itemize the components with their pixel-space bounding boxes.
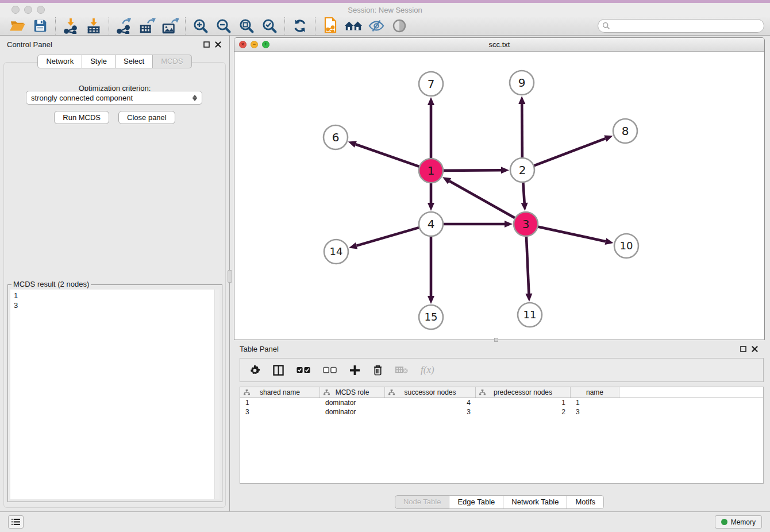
edge-1-2[interactable]	[443, 170, 501, 171]
export-image-button[interactable]	[159, 17, 182, 35]
result-scrollbar[interactable]	[214, 290, 220, 499]
edge-3-11[interactable]	[526, 236, 529, 294]
column-header-predecessor-nodes[interactable]: predecessor nodes	[476, 387, 571, 398]
cell-successor-nodes[interactable]: 4	[385, 399, 476, 407]
refresh-view-button[interactable]	[288, 17, 311, 35]
toolbar-separator	[55, 17, 56, 34]
column-header-shared-name[interactable]: shared name	[240, 387, 320, 398]
close-panel-button[interactable]: Close panel	[118, 111, 175, 124]
home-button[interactable]	[342, 17, 365, 35]
task-history-button[interactable]	[8, 515, 24, 529]
open-session-button[interactable]	[6, 17, 29, 35]
deselect-all-rows-button[interactable]	[323, 367, 337, 373]
edge-1-6[interactable]	[356, 144, 419, 167]
close-network-button[interactable]: ×	[239, 41, 247, 48]
float-table-panel-button[interactable]	[738, 344, 748, 353]
edge-2-8[interactable]	[534, 138, 606, 165]
toolbar-separator	[315, 17, 315, 34]
toolbar-separator	[109, 17, 109, 34]
column-header-successor-nodes[interactable]: successor nodes	[385, 387, 476, 398]
tab-network-table[interactable]: Network Table	[503, 495, 567, 509]
edge-3-10[interactable]	[538, 226, 606, 241]
edge-arrowhead	[501, 167, 509, 174]
edge-3-1[interactable]	[449, 181, 515, 218]
cell-MCDS-role[interactable]: dominator	[320, 399, 385, 407]
run-mcds-button[interactable]: Run MCDS	[54, 111, 109, 124]
tab-mcds[interactable]: MCDS	[153, 55, 191, 68]
cell-shared-name[interactable]: 3	[240, 408, 320, 416]
zoom-fit-button[interactable]	[235, 17, 258, 35]
zoom-in-button[interactable]	[189, 17, 212, 35]
import-network-button[interactable]	[59, 17, 82, 35]
hide-graphics-details-button[interactable]	[365, 17, 388, 35]
control-panel-tabs: NetworkStyleSelectMCDS	[37, 55, 191, 68]
add-column-button[interactable]	[349, 365, 360, 376]
cell-name[interactable]: 1	[571, 399, 619, 407]
cell-name[interactable]: 3	[571, 408, 619, 416]
edge-arrowhead	[428, 296, 434, 304]
export-network-button[interactable]	[113, 17, 136, 35]
mcds-result-title: MCDS result (2 nodes)	[11, 280, 91, 288]
zoom-network-button[interactable]: +	[262, 41, 270, 48]
cell-predecessor-nodes[interactable]: 1	[476, 399, 571, 407]
edge-arrowhead	[518, 96, 525, 104]
network-file-button[interactable]	[319, 17, 342, 35]
mcds-result-values: 1 3	[10, 290, 220, 313]
cell-shared-name[interactable]: 1	[240, 399, 320, 407]
table-settings-button[interactable]	[249, 365, 260, 376]
function-builder-button[interactable]: f(x)	[421, 364, 434, 376]
minimize-network-button[interactable]: −	[251, 41, 258, 48]
close-panel-icon-button[interactable]	[213, 40, 222, 49]
control-panel-header: Control Panel	[0, 36, 229, 53]
save-floppy-icon	[33, 19, 47, 33]
tab-node-table[interactable]: Node Table	[395, 495, 450, 509]
export-table-button[interactable]	[136, 17, 159, 35]
edge-2-3[interactable]	[523, 182, 524, 203]
network-graph[interactable]: 7968124314101511	[234, 52, 764, 340]
close-table-panel-button[interactable]	[750, 344, 759, 353]
tab-style[interactable]: Style	[82, 55, 116, 68]
main-area: Control Panel NetworkStyleSelectMCDS Opt…	[0, 36, 770, 511]
node-table[interactable]: shared nameMCDS rolesuccessor nodesprede…	[240, 387, 764, 484]
panel-splitter-handle[interactable]	[228, 270, 232, 283]
tab-motifs[interactable]: Motifs	[567, 495, 604, 509]
mcds-result-area[interactable]: 1 3	[10, 290, 220, 499]
edge-arrowhead	[605, 238, 614, 245]
search-input[interactable]	[610, 20, 764, 32]
table-row[interactable]: 1dominator411	[240, 398, 763, 407]
edge-arrowhead	[521, 203, 528, 211]
delete-table-button[interactable]	[395, 366, 408, 374]
status-bar: Memory	[0, 511, 770, 532]
zoom-selected-button[interactable]	[258, 17, 281, 35]
network-canvas[interactable]: 7968124314101511	[234, 52, 764, 340]
cell-MCDS-role[interactable]: dominator	[320, 408, 385, 416]
save-session-button[interactable]	[29, 17, 52, 35]
edge-4-14[interactable]	[357, 228, 419, 246]
export-network-icon	[116, 18, 133, 34]
split-table-view-button[interactable]	[273, 365, 284, 376]
float-panel-button[interactable]	[202, 40, 211, 49]
edge-2-9[interactable]	[522, 104, 522, 158]
cell-successor-nodes[interactable]: 3	[385, 408, 476, 416]
column-header-MCDS-role[interactable]: MCDS role	[320, 387, 385, 398]
table-row[interactable]: 3dominator323	[240, 407, 763, 417]
tab-network[interactable]: Network	[37, 55, 82, 68]
column-header-name[interactable]: name	[571, 387, 619, 398]
show-graphics-details-button[interactable]	[388, 17, 411, 35]
memory-button[interactable]: Memory	[715, 515, 762, 529]
toolbar-search[interactable]	[598, 19, 764, 33]
import-table-button[interactable]	[82, 17, 105, 35]
select-all-rows-button[interactable]	[297, 367, 310, 373]
tab-select[interactable]: Select	[116, 55, 153, 68]
zoom-out-button[interactable]	[212, 17, 235, 35]
tab-edge-table[interactable]: Edge Table	[449, 495, 503, 509]
network-view-window: × − + scc.txt 7968124314101511	[234, 37, 765, 340]
table-body: 1dominator4113dominator323	[240, 398, 763, 417]
delete-column-button[interactable]	[373, 364, 383, 376]
criterion-dropdown[interactable]: strongly connected component	[26, 91, 202, 105]
import-table-icon	[86, 18, 102, 34]
cell-predecessor-nodes[interactable]: 2	[476, 408, 571, 416]
app-titlebar: Session: New Session	[0, 3, 770, 17]
table-panel-header: Table Panel	[234, 341, 765, 356]
zoom-in-icon	[192, 18, 209, 34]
